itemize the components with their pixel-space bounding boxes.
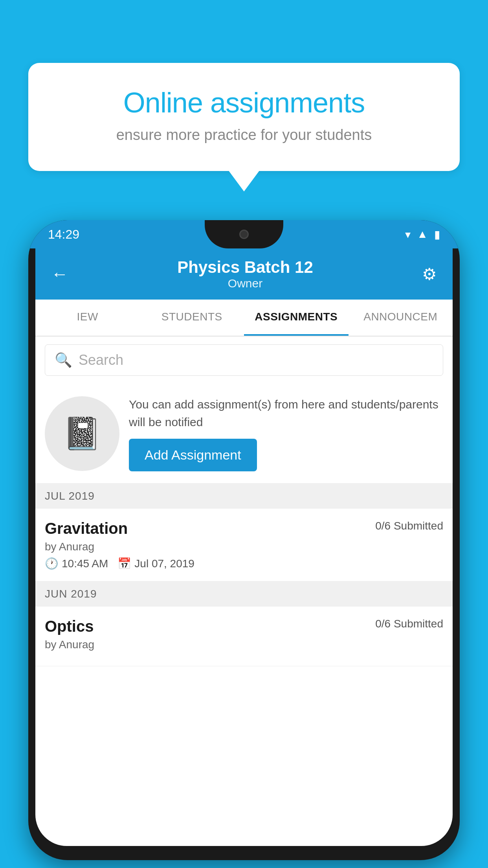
assignment-icon-circle: 📓: [45, 396, 119, 471]
status-icons: ▾ ▲ ▮: [405, 228, 440, 241]
assignment-date: Jul 07, 2019: [134, 557, 194, 570]
search-placeholder: Search: [79, 352, 123, 368]
meta-time: 🕐 10:45 AM: [45, 557, 108, 570]
assignment-author-optics: by Anurag: [45, 638, 443, 651]
assignment-name: Gravitation: [45, 520, 128, 537]
header-subtitle: Owner: [177, 277, 313, 290]
speech-bubble-subtitle: ensure more practice for your students: [56, 127, 432, 143]
month-separator-jun: JUN 2019: [35, 581, 453, 607]
assignment-item-gravitation[interactable]: Gravitation 0/6 Submitted by Anurag 🕐 10…: [35, 509, 453, 581]
signal-icon: ▲: [417, 228, 428, 241]
tab-assignments[interactable]: ASSIGNMENTS: [244, 300, 349, 336]
search-bar[interactable]: 🔍 Search: [45, 344, 443, 376]
back-button[interactable]: ←: [51, 264, 68, 284]
tab-overview[interactable]: IEW: [35, 300, 140, 336]
status-time: 14:29: [48, 227, 79, 242]
assignment-top: Gravitation 0/6 Submitted: [45, 520, 443, 537]
notch: [205, 220, 283, 248]
tab-announcements[interactable]: ANNOUNCEM: [349, 300, 453, 336]
tabs: IEW STUDENTS ASSIGNMENTS ANNOUNCEM: [35, 300, 453, 337]
phone-container: 14:29 ▾ ▲ ▮ ← Physics Batch 12 Owner ⚙: [28, 220, 460, 860]
month-separator-jul: JUL 2019: [35, 484, 453, 509]
speech-bubble-title: Online assignments: [56, 86, 432, 119]
app-header: ← Physics Batch 12 Owner ⚙: [35, 248, 453, 300]
phone: 14:29 ▾ ▲ ▮ ← Physics Batch 12 Owner ⚙: [28, 220, 460, 860]
header-title: Physics Batch 12: [177, 258, 313, 277]
assignment-item-optics[interactable]: Optics 0/6 Submitted by Anurag: [35, 607, 453, 666]
search-container: 🔍 Search: [35, 337, 453, 384]
speech-bubble: Online assignments ensure more practice …: [28, 63, 460, 171]
assignment-meta: 🕐 10:45 AM 📅 Jul 07, 2019: [45, 557, 443, 570]
assignment-submitted: 0/6 Submitted: [375, 520, 443, 532]
info-description: You can add assignment(s) from here and …: [129, 395, 443, 431]
phone-screen: ← Physics Batch 12 Owner ⚙ IEW STUDENTS …: [35, 248, 453, 846]
notebook-icon: 📓: [62, 415, 102, 452]
calendar-icon: 📅: [117, 557, 131, 570]
speech-bubble-container: Online assignments ensure more practice …: [28, 63, 460, 171]
add-assignment-button[interactable]: Add Assignment: [129, 439, 257, 471]
tab-students[interactable]: STUDENTS: [140, 300, 244, 336]
info-card: 📓 You can add assignment(s) from here an…: [35, 384, 453, 484]
status-bar: 14:29 ▾ ▲ ▮: [28, 220, 460, 248]
assignment-time: 10:45 AM: [62, 557, 108, 570]
search-icon: 🔍: [55, 352, 72, 368]
wifi-icon: ▾: [405, 228, 411, 241]
assignment-top-optics: Optics 0/6 Submitted: [45, 618, 443, 635]
assignment-name-optics: Optics: [45, 618, 94, 635]
battery-icon: ▮: [434, 228, 440, 241]
assignment-submitted-optics: 0/6 Submitted: [375, 618, 443, 630]
assignment-author: by Anurag: [45, 541, 443, 553]
header-title-group: Physics Batch 12 Owner: [177, 258, 313, 290]
settings-icon[interactable]: ⚙: [422, 265, 437, 284]
info-text-group: You can add assignment(s) from here and …: [129, 395, 443, 471]
clock-icon: 🕐: [45, 557, 59, 570]
meta-date: 📅 Jul 07, 2019: [117, 557, 194, 570]
camera-notch: [239, 230, 249, 239]
